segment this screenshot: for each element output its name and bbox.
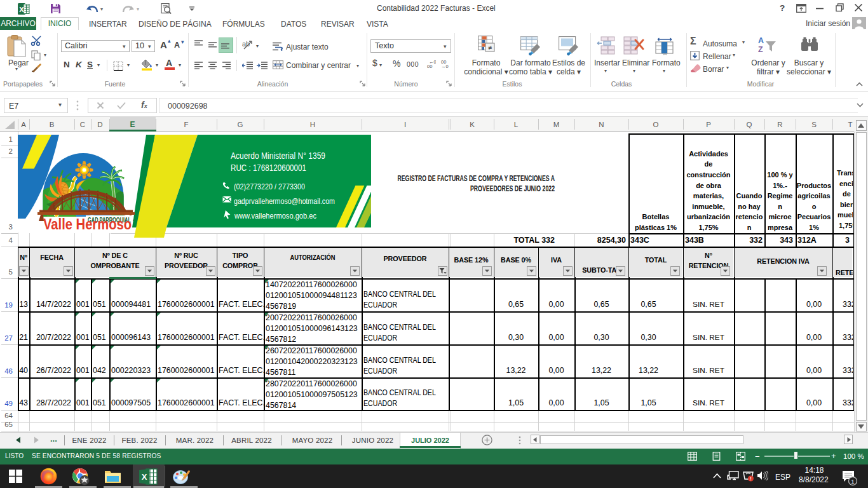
svg-text:gadprvallehermoso@hotmail.com: gadprvallehermoso@hotmail.com — [234, 197, 335, 206]
svg-text:RUC : 1768120600001: RUC : 1768120600001 — [231, 163, 306, 173]
svg-text:1: 1 — [851, 478, 854, 485]
svg-text:www.vallehermoso.gob.ec: www.vallehermoso.gob.ec — [234, 212, 316, 220]
svg-text:≠: ≠ — [488, 44, 492, 51]
svg-text:00: 00 — [427, 64, 432, 69]
svg-text:A: A — [758, 36, 764, 45]
svg-text:(02)2773220 / 2773300: (02)2773220 / 2773300 — [234, 182, 305, 191]
svg-text:Acuerdo Ministerial N° 1359: Acuerdo Ministerial N° 1359 — [231, 151, 325, 161]
svg-text:X: X — [142, 472, 147, 482]
svg-text:→0: →0 — [441, 64, 449, 69]
svg-text:X: X — [19, 6, 24, 13]
svg-text:!: ! — [750, 477, 751, 481]
svg-text:Z: Z — [758, 45, 763, 53]
svg-text:Valle Hermoso: Valle Hermoso — [43, 216, 132, 233]
